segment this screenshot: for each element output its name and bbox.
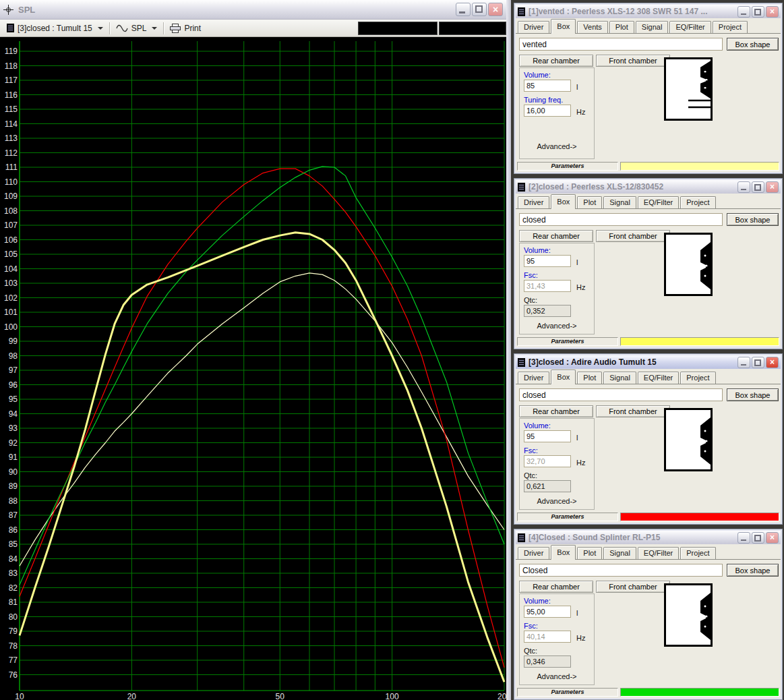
plot-type-dropdown[interactable]: SPL bbox=[113, 21, 161, 36]
advanced-link[interactable]: Advanced-> bbox=[520, 142, 594, 150]
close-button[interactable]: × bbox=[766, 6, 779, 18]
volume-input[interactable] bbox=[524, 255, 571, 267]
project-selector-dropdown[interactable]: [3]closed : Tumult 15 bbox=[3, 21, 107, 36]
front-chamber-button[interactable]: Front chamber bbox=[596, 55, 670, 67]
spl-titlebar[interactable]: SPL × bbox=[0, 0, 506, 20]
advanced-link[interactable]: Advanced-> bbox=[520, 497, 594, 505]
titlebar[interactable]: [2]closed : Peerless XLS-12/830452 × bbox=[516, 180, 781, 194]
parameters-cell[interactable]: Parameters bbox=[517, 337, 618, 346]
rear-chamber-button[interactable]: Rear chamber bbox=[519, 230, 593, 242]
minimize-button[interactable] bbox=[737, 532, 750, 544]
tab-eq-filter[interactable]: EQ/Filter bbox=[638, 372, 679, 384]
svg-text:118: 118 bbox=[5, 61, 18, 71]
box-type-input[interactable] bbox=[519, 388, 723, 401]
tab-eq-filter[interactable]: EQ/Filter bbox=[638, 196, 679, 208]
box-shape-button[interactable]: Box shape bbox=[727, 213, 779, 226]
tab-project[interactable]: Project bbox=[680, 547, 715, 559]
tab-project[interactable]: Project bbox=[713, 21, 748, 33]
svg-text:100: 100 bbox=[386, 692, 399, 700]
svg-text:89: 89 bbox=[9, 482, 18, 491]
print-button[interactable]: Print bbox=[167, 21, 204, 36]
rear-chamber-button[interactable]: Rear chamber bbox=[519, 405, 593, 417]
front-chamber-button[interactable]: Front chamber bbox=[596, 581, 670, 593]
svg-text:104: 104 bbox=[4, 264, 18, 274]
fsc-input[interactable] bbox=[524, 631, 571, 643]
tab-eq-filter[interactable]: EQ/Filter bbox=[669, 21, 711, 33]
minimize-button[interactable] bbox=[737, 357, 750, 368]
spl-plot-area[interactable]: 1191181171161151141131121111101091081071… bbox=[0, 37, 506, 700]
advanced-link[interactable]: Advanced-> bbox=[520, 672, 594, 680]
tab-box[interactable]: Box bbox=[551, 370, 576, 384]
titlebar[interactable]: [3]closed : Adire Audio Tumult 15 × bbox=[516, 355, 781, 369]
minimize-button[interactable] bbox=[737, 6, 750, 18]
tab-signal[interactable]: Signal bbox=[603, 547, 636, 559]
close-button[interactable]: × bbox=[766, 357, 779, 368]
svg-text:96: 96 bbox=[9, 380, 18, 390]
crosshair-plot-icon bbox=[3, 5, 13, 15]
titlebar[interactable]: [1]vented : Peerless XLS-12 308 SWR 51 1… bbox=[516, 5, 781, 18]
svg-text:86: 86 bbox=[9, 525, 18, 535]
fsc-label: Fsc: bbox=[524, 446, 538, 455]
tab-signal[interactable]: Signal bbox=[603, 196, 636, 208]
window-title: [2]closed : Peerless XLS-12/830452 bbox=[529, 182, 736, 192]
rear-chamber-button[interactable]: Rear chamber bbox=[519, 55, 593, 67]
close-icon: × bbox=[766, 533, 778, 543]
chevron-down-icon bbox=[152, 27, 157, 30]
close-button[interactable]: × bbox=[766, 532, 779, 544]
minimize-button[interactable] bbox=[737, 181, 750, 193]
project-doc-icon bbox=[7, 24, 14, 32]
close-icon: × bbox=[766, 182, 778, 192]
box-shape-button[interactable]: Box shape bbox=[727, 388, 779, 401]
box-parameters-group: Volume: l Tuning freq. Hz Advanced-> bbox=[519, 67, 595, 159]
volume-input[interactable] bbox=[524, 80, 571, 92]
tab-plot[interactable]: Plot bbox=[609, 21, 634, 33]
volume-unit: l bbox=[576, 609, 578, 617]
tab-eq-filter[interactable]: EQ/Filter bbox=[638, 547, 679, 559]
tab-driver[interactable]: Driver bbox=[518, 196, 549, 208]
close-icon: × bbox=[766, 7, 778, 17]
box-type-input[interactable] bbox=[519, 38, 723, 51]
close-button[interactable]: × bbox=[488, 3, 503, 16]
box-shape-button[interactable]: Box shape bbox=[727, 564, 779, 577]
volume-input[interactable] bbox=[524, 430, 571, 442]
close-button[interactable]: × bbox=[766, 181, 779, 193]
svg-text:91: 91 bbox=[9, 453, 18, 462]
advanced-link[interactable]: Advanced-> bbox=[520, 322, 594, 330]
maximize-button[interactable] bbox=[752, 532, 764, 544]
front-chamber-button[interactable]: Front chamber bbox=[596, 405, 670, 417]
tab-signal[interactable]: Signal bbox=[603, 372, 636, 384]
tab-plot[interactable]: Plot bbox=[577, 196, 602, 208]
box-type-input[interactable] bbox=[519, 213, 723, 226]
tab-box[interactable]: Box bbox=[551, 194, 576, 209]
maximize-button[interactable] bbox=[752, 181, 764, 193]
svg-text:84: 84 bbox=[9, 554, 18, 564]
parameters-cell[interactable]: Parameters bbox=[517, 688, 618, 697]
tuning-freq-input[interactable] bbox=[524, 105, 571, 117]
maximize-button[interactable] bbox=[472, 3, 487, 16]
tab-project[interactable]: Project bbox=[680, 372, 715, 384]
tab-box[interactable]: Box bbox=[551, 545, 576, 560]
tab-vents[interactable]: Vents bbox=[577, 21, 608, 33]
tab-plot[interactable]: Plot bbox=[577, 372, 602, 384]
rear-chamber-button[interactable]: Rear chamber bbox=[519, 581, 593, 593]
tab-project[interactable]: Project bbox=[680, 196, 715, 208]
tab-box[interactable]: Box bbox=[551, 19, 576, 34]
tab-driver[interactable]: Driver bbox=[518, 372, 549, 384]
tab-driver[interactable]: Driver bbox=[518, 547, 549, 559]
minimize-button[interactable] bbox=[456, 3, 471, 16]
box-type-input[interactable] bbox=[519, 564, 723, 577]
box-shape-button[interactable]: Box shape bbox=[727, 38, 779, 51]
maximize-icon bbox=[754, 184, 761, 191]
tab-driver[interactable]: Driver bbox=[518, 21, 549, 33]
maximize-button[interactable] bbox=[752, 357, 764, 368]
tab-plot[interactable]: Plot bbox=[577, 547, 602, 559]
parameters-cell[interactable]: Parameters bbox=[517, 162, 618, 171]
parameters-cell[interactable]: Parameters bbox=[517, 513, 618, 521]
front-chamber-button[interactable]: Front chamber bbox=[596, 230, 670, 242]
titlebar[interactable]: [4]Closed : Sound Splinter RL-P15 × bbox=[516, 531, 781, 544]
fsc-input[interactable] bbox=[524, 455, 571, 467]
tab-signal[interactable]: Signal bbox=[636, 21, 669, 33]
volume-input[interactable] bbox=[524, 606, 571, 618]
fsc-input[interactable] bbox=[524, 280, 571, 292]
maximize-button[interactable] bbox=[752, 6, 764, 18]
